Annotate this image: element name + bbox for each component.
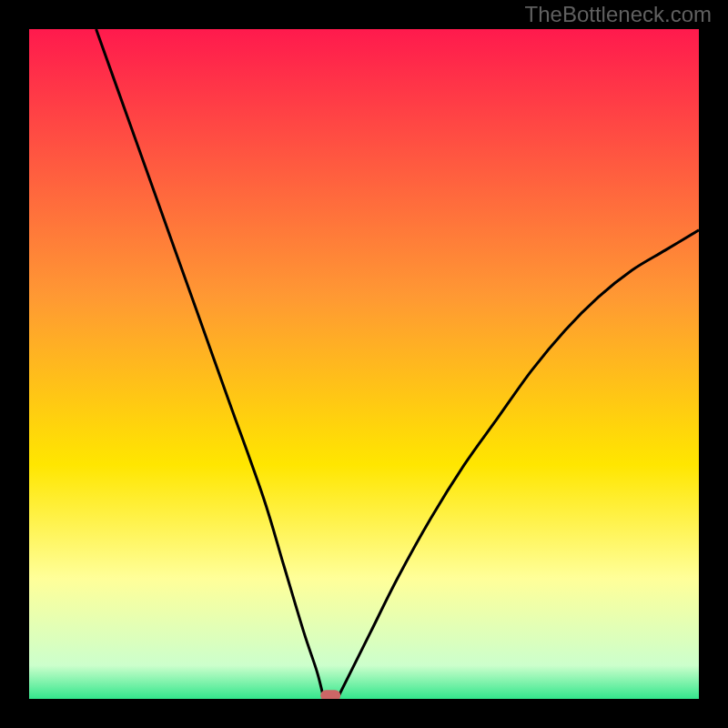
bottleneck-marker: [320, 690, 340, 699]
watermark-text: TheBottleneck.com: [525, 2, 712, 27]
plot-area: [29, 29, 699, 699]
chart-frame: TheBottleneck.com: [0, 0, 728, 728]
gradient-background: [29, 29, 699, 699]
